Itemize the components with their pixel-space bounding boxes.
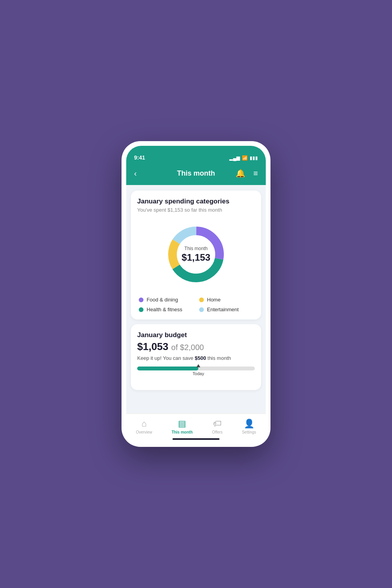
spending-card-subtitle: You've spent $1,153 so far this month [137, 207, 255, 213]
offers-label: Offers [212, 430, 223, 434]
legend-food-dot [139, 298, 143, 302]
wifi-icon: 📶 [242, 155, 248, 161]
spending-card: January spending categories You've spent… [131, 191, 261, 319]
legend-food-label: Food & dining [147, 297, 178, 303]
header-title: This month [177, 169, 215, 178]
budget-card: January budget $1,053 of $2,000 Keep it … [131, 324, 261, 390]
phone-frame: 9:41 ▂▄▆ 📶 ▮▮▮ ‹ This month 🔔 ≡ January … [122, 141, 270, 447]
budget-save-amount: $500 [195, 355, 206, 361]
budget-today-marker: Today [196, 364, 200, 368]
legend-home-dot [199, 298, 204, 302]
donut-label: This month [181, 246, 210, 251]
notification-button[interactable]: 🔔 [234, 167, 247, 180]
nav-settings[interactable]: 👤 Settings [237, 417, 261, 436]
legend-health-dot [139, 307, 143, 312]
marker-triangle [196, 364, 200, 367]
back-button[interactable]: ‹ [132, 167, 138, 180]
legend-health: Health & fitness [139, 307, 193, 312]
nav-this-month[interactable]: ▤ This month [167, 417, 198, 436]
budget-progress-bar: Today [137, 367, 255, 370]
this-month-icon: ▤ [178, 419, 186, 429]
legend-entertainment-dot [199, 307, 204, 312]
status-time: 9:41 [134, 154, 145, 161]
settings-label: Settings [242, 430, 256, 434]
legend-entertainment-label: Entertainment [207, 307, 239, 312]
main-content: January spending categories You've spent… [126, 185, 266, 414]
legend-health-label: Health & fitness [147, 307, 182, 312]
budget-card-title: January budget [137, 331, 255, 339]
budget-spent-value: $1,053 [137, 341, 169, 352]
phone-screen: 9:41 ▂▄▆ 📶 ▮▮▮ ‹ This month 🔔 ≡ January … [126, 146, 266, 442]
budget-note: Keep it up! You can save $500 this month [137, 355, 255, 361]
filter-button[interactable]: ≡ [252, 167, 260, 180]
app-header: ‹ This month 🔔 ≡ [126, 163, 266, 185]
phone-notch [171, 146, 221, 157]
settings-icon: 👤 [244, 419, 254, 429]
chart-legend: Food & dining Home Health & fitness Ente… [137, 297, 255, 312]
donut-chart-container: This month $1,153 [137, 219, 255, 290]
legend-food: Food & dining [139, 297, 193, 303]
budget-progress-fill [137, 367, 198, 370]
signal-icon: ▂▄▆ [229, 155, 240, 161]
legend-entertainment: Entertainment [199, 307, 253, 312]
donut-center: This month $1,153 [181, 246, 210, 263]
overview-icon: ⌂ [142, 419, 147, 429]
marker-label: Today [192, 371, 204, 376]
nav-overview[interactable]: ⌂ Overview [131, 417, 157, 436]
spending-card-title: January spending categories [137, 198, 255, 205]
header-actions: 🔔 ≡ [234, 167, 260, 180]
legend-home: Home [199, 297, 253, 303]
this-month-label: This month [172, 430, 193, 434]
nav-offers[interactable]: 🏷 Offers [207, 417, 227, 436]
legend-home-label: Home [207, 297, 221, 303]
overview-label: Overview [136, 430, 152, 434]
budget-spent: $1,053 of $2,000 [137, 341, 255, 353]
donut-amount: $1,153 [181, 252, 210, 263]
budget-of-label: of $2,000 [171, 343, 204, 352]
home-indicator [172, 438, 220, 440]
battery-icon: ▮▮▮ [250, 155, 258, 161]
offers-icon: 🏷 [213, 419, 221, 429]
status-icons: ▂▄▆ 📶 ▮▮▮ [229, 155, 258, 161]
